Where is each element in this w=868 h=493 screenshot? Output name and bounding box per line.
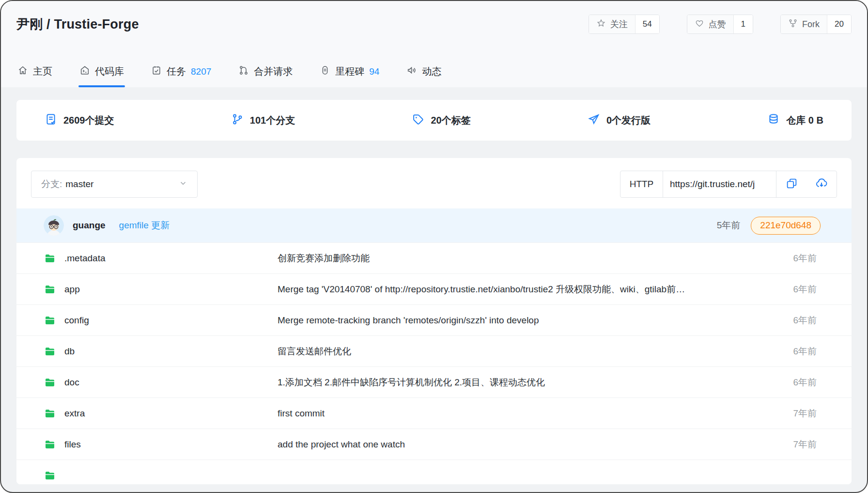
file-commit-message: Merge tag 'V20140708' of http://reposito… — [278, 283, 783, 296]
file-commit-time: 7年前 — [793, 438, 817, 451]
folder-icon — [44, 377, 56, 388]
folder-icon — [44, 315, 56, 326]
tab-home-label: 主页 — [33, 65, 52, 78]
file-row: files add the project what one watch 7年前 — [16, 429, 852, 460]
tab-issues[interactable]: 任务 8207 — [151, 65, 211, 87]
file-name-link[interactable]: app — [44, 284, 278, 295]
folder-icon — [44, 408, 56, 419]
copy-icon — [786, 177, 798, 191]
file-list: .metadata 创新竞赛添加删除功能 6年前 app Merge tag '… — [16, 242, 852, 484]
file-row: db 留言发送邮件优化 6年前 — [16, 335, 852, 366]
activity-speaker-icon — [406, 65, 417, 78]
file-commit-time: 6年前 — [793, 314, 817, 327]
header: 尹刚 / Trustie-Forge 关注 54 — [1, 1, 867, 87]
folder-icon — [44, 346, 56, 357]
copy-url-button[interactable] — [776, 171, 806, 197]
repository-icon — [79, 65, 90, 78]
tab-issues-count: 8207 — [191, 66, 211, 77]
folder-icon — [44, 253, 56, 264]
file-name-link[interactable]: config — [44, 315, 278, 326]
praise-label: 点赞 — [709, 18, 726, 30]
stat-tags-label: 20个标签 — [431, 114, 470, 127]
clone-url-group: HTTP https://git.trustie.net/j — [620, 171, 837, 198]
branch-selector[interactable]: 分支: master — [31, 171, 198, 198]
watch-button[interactable]: 关注 54 — [589, 15, 660, 34]
branch-value: master — [65, 179, 93, 190]
paper-plane-icon — [588, 113, 600, 128]
file-name-link[interactable]: db — [44, 346, 278, 357]
fork-count: 20 — [827, 15, 851, 33]
file-name: files — [64, 439, 81, 450]
page-title: 尹刚 / Trustie-Forge — [16, 16, 139, 33]
stat-releases-label: 0个发行版 — [606, 114, 651, 127]
commit-author[interactable]: guange — [73, 220, 106, 231]
file-browser-card: 分支: master HTTP https://git.trustie.net/… — [16, 158, 852, 484]
file-name-link[interactable]: doc — [44, 377, 278, 388]
praise-button[interactable]: 点赞 1 — [687, 15, 753, 34]
file-name: app — [64, 284, 80, 295]
star-icon — [596, 18, 606, 31]
merge-request-icon — [238, 65, 249, 78]
commit-message-link[interactable]: gemfile 更新 — [119, 219, 170, 232]
milestone-icon — [320, 65, 330, 78]
stat-repo-size[interactable]: 仓库 0 B — [767, 113, 823, 128]
tab-milestones-label: 里程碑 — [335, 65, 364, 78]
file-row: extra first commit 7年前 — [16, 398, 852, 429]
file-commit-time: 6年前 — [793, 252, 817, 265]
file-name-link[interactable]: files — [44, 439, 278, 450]
folder-icon — [44, 439, 56, 450]
avatar[interactable] — [44, 215, 64, 236]
tab-issues-label: 任务 — [167, 65, 186, 78]
download-button[interactable] — [806, 171, 837, 197]
tab-pulls-label: 合并请求 — [254, 65, 293, 78]
tab-home[interactable]: 主页 — [17, 65, 52, 87]
tab-activity[interactable]: 动态 — [406, 65, 441, 87]
commit-sha-badge[interactable]: 221e70d648 — [751, 217, 821, 235]
folder-icon — [44, 284, 56, 295]
file-commit-time: 6年前 — [793, 283, 817, 296]
file-commit-time: 7年前 — [793, 407, 817, 420]
stat-tags[interactable]: 20个标签 — [412, 113, 470, 128]
task-icon — [151, 65, 162, 78]
tab-milestones-count: 94 — [369, 66, 379, 77]
branch-icon — [231, 113, 244, 128]
file-name: extra — [64, 408, 85, 419]
tag-icon — [412, 113, 424, 128]
browser-toolbar: 分支: master HTTP https://git.trustie.net/… — [16, 158, 852, 208]
file-commit-message: Merge remote-tracking branch 'remotes/or… — [278, 315, 783, 326]
file-commit-time: 6年前 — [793, 376, 817, 389]
tab-pulls[interactable]: 合并请求 — [238, 65, 293, 87]
tab-repository[interactable]: 代码库 — [79, 65, 124, 87]
clone-url-input[interactable]: https://git.trustie.net/j — [663, 171, 776, 197]
praise-count: 1 — [733, 15, 753, 33]
file-commit-time: 6年前 — [793, 345, 817, 358]
stat-commits[interactable]: 2609个提交 — [45, 113, 114, 128]
stat-releases[interactable]: 0个发行版 — [588, 113, 651, 128]
file-commit-message: 创新竞赛添加删除功能 — [278, 252, 783, 265]
tab-activity-label: 动态 — [422, 65, 441, 78]
file-row-partial — [16, 460, 852, 484]
database-icon — [767, 113, 780, 128]
file-name-link[interactable]: extra — [44, 408, 278, 419]
commits-icon — [45, 113, 57, 128]
file-name-link[interactable]: .metadata — [44, 253, 278, 264]
stat-branches[interactable]: 101个分支 — [231, 113, 295, 128]
file-row: .metadata 创新竞赛添加删除功能 6年前 — [16, 242, 852, 273]
watch-count: 54 — [635, 15, 659, 33]
chevron-down-icon — [179, 179, 187, 190]
file-name: .metadata — [64, 253, 106, 264]
folder-icon — [44, 470, 56, 481]
file-name: doc — [64, 377, 79, 388]
fork-button[interactable]: Fork 20 — [780, 15, 852, 34]
protocol-selector[interactable]: HTTP — [620, 171, 663, 197]
file-name: db — [64, 346, 75, 357]
latest-commit-bar: guange gemfile 更新 5年前 221e70d648 — [16, 208, 852, 242]
tab-milestones[interactable]: 里程碑 94 — [320, 65, 379, 87]
home-icon — [17, 65, 28, 78]
stat-repo-size-label: 仓库 0 B — [786, 114, 823, 127]
file-commit-message: first commit — [278, 408, 783, 419]
file-row: app Merge tag 'V20140708' of http://repo… — [16, 273, 852, 304]
repo-stats-bar: 2609个提交 101个分支 20个标签 — [16, 100, 852, 141]
file-row: doc 1.添加文档 2.邮件中缺陷序号计算机制优化 2.项目、课程动态优化 6… — [16, 366, 852, 398]
cloud-download-icon — [815, 177, 828, 191]
